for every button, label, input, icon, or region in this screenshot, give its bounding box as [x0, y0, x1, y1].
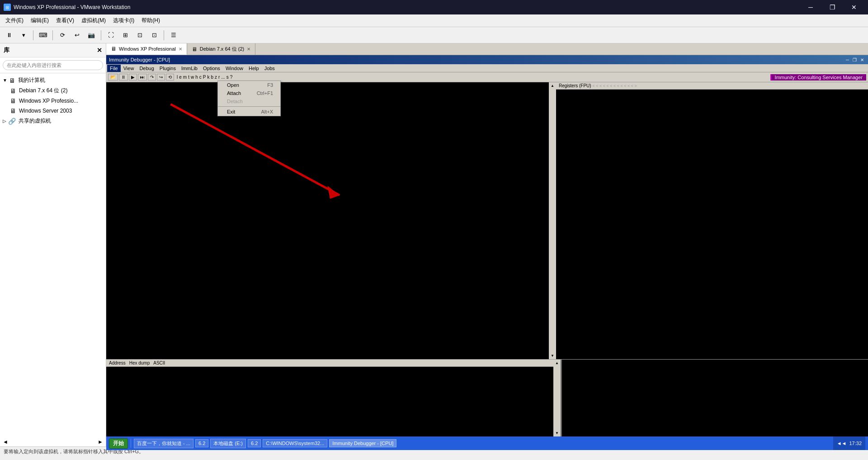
- winserver-item[interactable]: 🖥 Windows Server 2003: [7, 106, 106, 116]
- sidebar-bottom: ◄ ►: [0, 437, 106, 446]
- dump-content: [106, 367, 553, 436]
- taskbar-item-immunity[interactable]: Immunity Debugger - [CPU]: [329, 439, 396, 447]
- fit-window-button[interactable]: ⊡: [148, 29, 160, 42]
- menu-help[interactable]: 帮助(H): [138, 15, 164, 26]
- imm-toolbar-step[interactable]: ⏭: [138, 74, 147, 81]
- vmware-toolbar: ⏸ ▾ ⌨ ⟳ ↩ 📷 ⛶ ⊞ ⊡ ⊡ ☰: [0, 27, 868, 43]
- immunity-titlebar-controls: ─ ❐ ✕: [844, 57, 865, 62]
- immunity-titlebar: Immunity Debugger - [CPU] ─ ❐ ✕: [106, 55, 868, 64]
- menu-view[interactable]: 查看(V): [52, 15, 78, 26]
- taskbar-item-baidu[interactable]: 百度一下，你就知道 - ...: [134, 439, 193, 448]
- my-computer-label: 我的计算机: [18, 76, 45, 84]
- dropdown-separator: [218, 106, 280, 107]
- clock: 17:32: [849, 441, 862, 446]
- imm-minimize-btn[interactable]: ─: [844, 57, 850, 62]
- imm-menu-help[interactable]: Help: [246, 65, 262, 72]
- immunity-window: Immunity Debugger - [CPU] ─ ❐ ✕ File Vie…: [106, 55, 868, 446]
- exit-shortcut: Alt+X: [261, 109, 273, 114]
- imm-menu-file[interactable]: File: [107, 65, 121, 72]
- menu-tab[interactable]: 选项卡(I): [109, 15, 138, 26]
- imm-menu-immlib[interactable]: ImmLib: [179, 65, 200, 72]
- close-button[interactable]: ✕: [844, 0, 864, 14]
- registers-label: Registers (FPU): [559, 83, 591, 88]
- tab-close-debian[interactable]: ✕: [247, 47, 250, 52]
- imm-menu-debug[interactable]: Debug: [137, 65, 156, 72]
- imm-menu-view[interactable]: View: [121, 65, 137, 72]
- imm-menu-window[interactable]: Window: [223, 65, 246, 72]
- unity-button[interactable]: ⊞: [119, 29, 132, 42]
- imm-menu-options[interactable]: Options: [200, 65, 223, 72]
- scroll-down-arrow[interactable]: ▼: [549, 352, 556, 359]
- snapshot-button[interactable]: ⟳: [56, 29, 69, 42]
- preferences-button[interactable]: ☰: [167, 29, 180, 42]
- menu-vm[interactable]: 虚拟机(M): [78, 15, 109, 26]
- attach-shortcut: Ctrl+F1: [257, 90, 273, 96]
- scroll-right-icon[interactable]: ►: [98, 439, 103, 445]
- imm-close-btn[interactable]: ✕: [859, 57, 865, 62]
- menu-bar: 文件(E) 编辑(E) 查看(V) 虚拟机(M) 选项卡(I) 帮助(H): [0, 14, 868, 27]
- minimize-button[interactable]: ─: [800, 0, 821, 14]
- taskbar-item-system32[interactable]: C:\WINDOWS\system32...: [263, 439, 327, 447]
- taskbar: 开始 百度一下，你就知道 - ... 6.2 本地磁盘 (E:) 6.2 C:\…: [106, 436, 868, 450]
- tab-label-debian: Debian 7.x 64 位 (2): [200, 46, 244, 52]
- scroll-left-icon[interactable]: ◄: [3, 439, 8, 445]
- tab-debian[interactable]: 🖥 Debian 7.x 64 位 (2) ✕: [187, 43, 255, 55]
- fullscreen-button[interactable]: ⛶: [104, 29, 117, 42]
- tab-icon-winxp: 🖥: [111, 46, 116, 52]
- menu-file[interactable]: 文件(E): [2, 15, 27, 26]
- power-button[interactable]: ⏸: [3, 29, 15, 42]
- menu-open-item[interactable]: Open F3: [218, 81, 280, 89]
- bottom-scroll-up[interactable]: ▲: [554, 360, 560, 366]
- start-button[interactable]: 开始: [109, 438, 128, 449]
- title-bar: ⊞ Windows XP Professional - VMware Works…: [0, 0, 868, 14]
- fit-vm-button[interactable]: ⊡: [133, 29, 146, 42]
- toolbar-sep-4: [164, 30, 164, 40]
- imm-toolbar-pause[interactable]: ⏸: [119, 74, 128, 81]
- tab-winxp[interactable]: 🖥 Windows XP Professional ✕: [106, 43, 187, 55]
- bottom-left-scrollbar[interactable]: ▲ ▼: [553, 360, 561, 436]
- left-panel-scrollbar[interactable]: ▲ ▼: [549, 82, 556, 359]
- tab-icon-debian: 🖥: [192, 46, 197, 52]
- taskbar-item-edrive[interactable]: 本地磁盘 (E:): [210, 439, 246, 448]
- ascii-header: ASCII: [153, 360, 165, 365]
- open-label: Open: [227, 82, 239, 88]
- maximize-button[interactable]: ❐: [822, 0, 843, 14]
- my-computer-item[interactable]: ▼ 🖥 我的计算机: [0, 75, 106, 85]
- power-dropdown[interactable]: ▾: [17, 29, 30, 42]
- menu-edit[interactable]: 编辑(E): [27, 15, 52, 26]
- winserver-label: Windows Server 2003: [19, 108, 72, 114]
- imm-toolbar-run[interactable]: ▶: [129, 74, 137, 81]
- search-input[interactable]: [3, 60, 103, 70]
- bottom-panels: Address Hex dump ASCII ▲ ▼: [106, 360, 868, 436]
- detach-label: Detach: [227, 99, 243, 104]
- scroll-up-arrow[interactable]: ▲: [549, 82, 556, 89]
- window-controls[interactable]: ─ ❐ ✕: [800, 0, 864, 14]
- imm-toolbar-open[interactable]: 📂: [108, 74, 118, 81]
- send-ctrlaltdel-button[interactable]: ⌨: [37, 29, 49, 42]
- immunity-title: Immunity Debugger - [CPU]: [109, 57, 170, 62]
- menu-exit-item[interactable]: Exit Alt+X: [218, 108, 280, 116]
- shared-vms-item[interactable]: ▷ 🔗 共享的虚拟机: [0, 116, 106, 126]
- debian-item[interactable]: 🖥 Debian 7.x 64 位 (2): [7, 85, 106, 96]
- imm-maximize-btn[interactable]: ❐: [851, 57, 858, 62]
- toolbar-sep-1: [33, 30, 33, 40]
- panels-container: ▲ ▼ Registers (FPU) < < < < < < < < < < …: [106, 82, 868, 446]
- snapshot-manager-button[interactable]: 📷: [85, 29, 98, 42]
- snapshot-restore-button[interactable]: ↩: [71, 29, 83, 42]
- imm-toolbar-trace[interactable]: ↪: [157, 74, 165, 81]
- taskbar-item-1[interactable]: 6.2: [195, 439, 208, 447]
- vmware-icon: ⊞: [4, 4, 11, 11]
- imm-toolbar-restart[interactable]: ⟲: [166, 74, 174, 81]
- menu-attach-item[interactable]: Attach Ctrl+F1: [218, 89, 280, 97]
- taskbar-sep-1: [131, 439, 131, 448]
- tab-close-winxp[interactable]: ✕: [179, 47, 182, 52]
- bottom-scroll-down[interactable]: ▼: [554, 430, 560, 436]
- taskbar-item-2[interactable]: 6.2: [248, 439, 261, 447]
- imm-menu-jobs[interactable]: Jobs: [262, 65, 278, 72]
- stack-panel: [561, 360, 868, 436]
- imm-toolbar-stepover[interactable]: ↷: [148, 74, 156, 81]
- sidebar-close-icon[interactable]: ✕: [97, 47, 102, 54]
- sidebar: 库 ✕ ▼ 🖥 我的计算机 🖥 Debian 7.x 64 位 (2) 🖥 Wi…: [0, 43, 106, 446]
- winxp-item[interactable]: 🖥 Windows XP Professio...: [7, 96, 106, 106]
- imm-menu-plugins[interactable]: Plugins: [157, 65, 179, 72]
